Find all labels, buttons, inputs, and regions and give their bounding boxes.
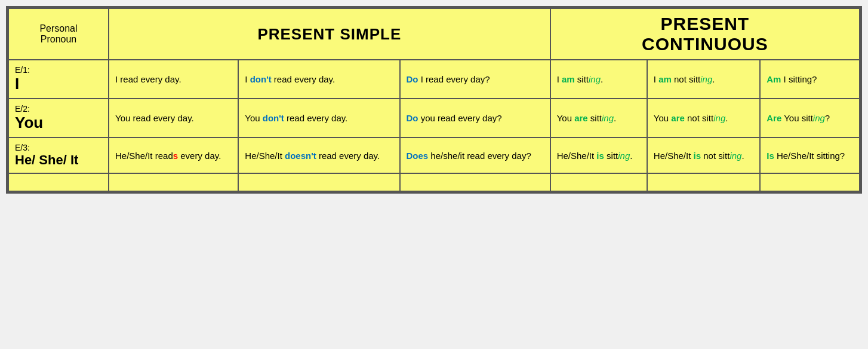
ps-question-2: Do you read every day?: [400, 99, 550, 137]
pc-affirmative-2: You are sitting.: [550, 99, 647, 137]
ps-question-3: Does he/she/it read every day?: [400, 137, 550, 173]
table-row: E/3: He/ She/ It He/She/It reads every d…: [8, 137, 860, 173]
pronoun-cell-3: E/3: He/ She/ It: [8, 137, 109, 173]
table-row: E/1: I I read every day. I don't read ev…: [8, 60, 860, 99]
ps-negative-1: I don't read every day.: [238, 60, 399, 99]
pc-negative-2: You are not sitting.: [647, 99, 760, 137]
header-pronoun: Personal Pronoun: [8, 8, 109, 60]
grammar-table: Personal Pronoun PRESENT SIMPLE PRESENT …: [6, 6, 862, 194]
pc-question-2: Are You sitting?: [760, 99, 860, 137]
ps-affirmative-1: I read every day.: [109, 60, 238, 99]
pc-affirmative-1: I am sitting.: [550, 60, 647, 99]
ps-affirmative-3: He/She/It reads every day.: [109, 137, 238, 173]
header-present-continuous: PRESENT CONTINUOUS: [550, 8, 860, 60]
ps-negative-3: He/She/It doesn't read every day.: [238, 137, 399, 173]
table-row-empty: [8, 173, 860, 191]
pc-negative-3: He/She/It is not sitting.: [647, 137, 760, 173]
ps-question-1: Do I read every day?: [400, 60, 550, 99]
pc-question-1: Am I sitting?: [760, 60, 860, 99]
pc-question-3: Is He/She/It sitting?: [760, 137, 860, 173]
header-present-simple: PRESENT SIMPLE: [109, 8, 550, 60]
pc-negative-1: I am not sitting.: [647, 60, 760, 99]
ps-negative-2: You don't read every day.: [238, 99, 399, 137]
pronoun-cell-2: E/2: You: [8, 99, 109, 137]
pronoun-cell-1: E/1: I: [8, 60, 109, 99]
ps-affirmative-2: You read every day.: [109, 99, 238, 137]
pc-affirmative-3: He/She/It is sitting.: [550, 137, 647, 173]
table-row: E/2: You You read every day. You don't r…: [8, 99, 860, 137]
